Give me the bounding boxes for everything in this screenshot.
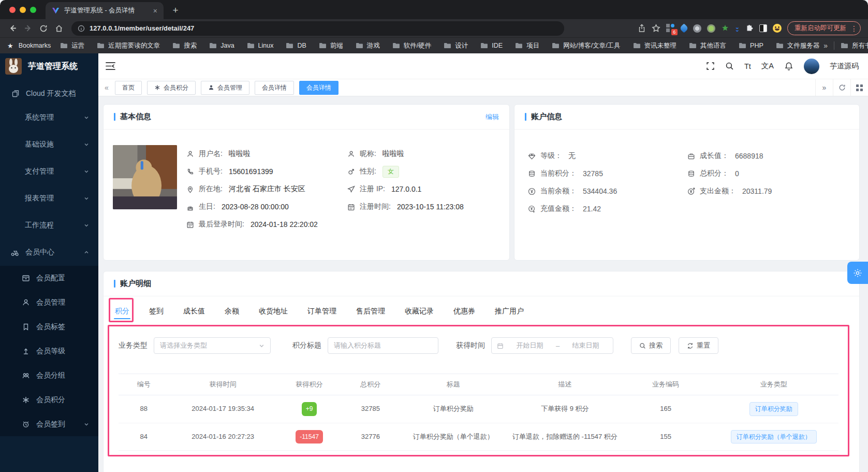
language-icon[interactable]: 文A [761, 61, 774, 71]
end-date-placeholder[interactable]: 结束日期 [564, 341, 608, 350]
table-row[interactable]: 88 2024-01-17 19:35:34 +9 32785 订单积分奖励 下… [119, 395, 838, 423]
user-avatar[interactable] [804, 59, 819, 74]
detail-tab[interactable]: 售后管理 [355, 304, 386, 322]
detail-tab[interactable]: 成长值 [182, 304, 206, 322]
reset-button[interactable]: 重置 [679, 337, 718, 354]
layout-grid-icon[interactable] [850, 79, 868, 96]
bookmark-star-icon[interactable] [652, 24, 660, 33]
nav-tab-member-points[interactable]: 会员积分 [147, 81, 196, 95]
biz-type-select[interactable]: 请选择业务类型 [154, 337, 271, 354]
forward-button[interactable] [21, 21, 35, 36]
home-button[interactable] [52, 21, 66, 36]
tabs-scroll-left[interactable]: « [98, 83, 115, 92]
extension-icon-green-circle[interactable] [707, 24, 715, 33]
browser-menu-icon[interactable]: ⋮ [850, 24, 858, 33]
collapse-menu-icon[interactable] [106, 62, 115, 70]
bookmark-folder[interactable]: 网站/博客/文章/工具 [552, 41, 620, 50]
sidebar-group[interactable]: 系统管理 [0, 104, 98, 131]
sidebar-item-member-signin[interactable]: 会员签到 [0, 412, 98, 436]
search-button[interactable]: 搜索 [631, 337, 671, 354]
extension-icon-emoji[interactable] [773, 24, 782, 33]
share-icon[interactable] [638, 24, 646, 33]
sidebar-item-member-tags[interactable]: 会员标签 [0, 314, 98, 339]
detail-tab[interactable]: 收藏记录 [404, 304, 435, 322]
search-icon[interactable] [725, 62, 734, 70]
bookmark-folder[interactable]: 近期需要读的文章 [97, 41, 160, 50]
font-size-icon[interactable]: Tt [744, 62, 751, 70]
bookmark-folder[interactable]: 资讯未整理 [633, 41, 677, 50]
bookmark-folder[interactable]: 软件/硬件 [392, 41, 431, 50]
all-bookmarks-button[interactable]: 所有书签 [841, 41, 868, 50]
username-label[interactable]: 芋道源码 [830, 62, 859, 71]
nav-tab-member-detail-active[interactable]: 会员详情 [299, 81, 339, 95]
new-tab-button[interactable]: + [168, 3, 183, 18]
bookmark-folder[interactable]: 前端 [319, 41, 343, 50]
window-controls[interactable] [9, 7, 36, 13]
bookmark-folder[interactable]: 其他语言 [689, 41, 726, 50]
theme-settings-button[interactable] [847, 262, 868, 284]
bookmarks-star-icon[interactable]: ★ [7, 42, 13, 50]
extension-icon-grid[interactable]: 6 [666, 24, 675, 33]
bookmark-folder[interactable]: 运营 [60, 41, 84, 50]
detail-tab[interactable]: 优惠券 [452, 304, 476, 322]
sidebar-item-member-center[interactable]: 会员中心 [0, 239, 98, 266]
bookmarks-label[interactable]: Bookmarks [19, 42, 51, 49]
reload-button[interactable] [36, 21, 51, 36]
extension-icon-green-star[interactable] [721, 24, 729, 33]
browser-update-button[interactable]: 重新启动即可更新 ⋮ [787, 21, 861, 35]
detail-tab[interactable]: 签到 [148, 304, 165, 322]
start-date-placeholder[interactable]: 开始日期 [508, 341, 552, 350]
extension-icon-contrast[interactable] [759, 24, 767, 32]
table-row[interactable]: 84 2024-01-16 20:27:23 -11547 32776 订单积分… [119, 423, 838, 451]
minimize-window-button[interactable] [20, 7, 26, 13]
close-window-button[interactable] [9, 7, 16, 13]
nav-tab-member-management[interactable]: 会员管理 [201, 81, 249, 95]
points-title-input[interactable]: 请输入积分标题 [328, 337, 438, 354]
extension-icon-chevrons[interactable]: ⌄⌄ [735, 26, 740, 31]
sidebar-group[interactable]: 工作流程 [0, 212, 98, 239]
bookmark-folder[interactable]: 游戏 [356, 41, 380, 50]
sidebar-group[interactable]: 报表管理 [0, 185, 98, 212]
bookmark-folder[interactable]: 项目 [515, 41, 539, 50]
bookmark-folder[interactable]: 设计 [444, 41, 468, 50]
bookmarks-overflow-icon[interactable]: » [823, 41, 828, 50]
browser-tab[interactable]: 芋道管理系统 - 会员详情 × [46, 2, 164, 19]
sidebar-group[interactable]: 支付管理 [0, 158, 98, 185]
sidebar-item-cloud-docs[interactable]: Cloud 开发文档 [0, 83, 98, 104]
fullscreen-icon[interactable] [706, 62, 715, 70]
bookmark-folder[interactable]: IDE [480, 42, 503, 49]
detail-tab[interactable]: 推广用户 [494, 304, 525, 322]
date-range-picker[interactable]: 开始日期 – 结束日期 [491, 337, 613, 354]
tabs-scroll-right[interactable]: » [815, 79, 833, 96]
sidebar-item-member-group[interactable]: 会员分组 [0, 363, 98, 388]
edit-button[interactable]: 编辑 [486, 112, 499, 122]
detail-tab[interactable]: 积分 [114, 304, 130, 322]
bookmark-folder[interactable]: PHP [739, 42, 763, 49]
extension-icon-gray[interactable] [693, 24, 701, 33]
sidebar-group[interactable]: 基础设施 [0, 131, 98, 158]
detail-tab[interactable]: 订单管理 [306, 304, 337, 322]
nav-tab-member-detail[interactable]: 会员详情 [255, 81, 294, 95]
tab-close-icon[interactable]: × [153, 7, 157, 15]
nav-tab-home[interactable]: 首页 [115, 81, 142, 95]
extensions-puzzle-icon[interactable] [745, 24, 754, 33]
address-bar[interactable]: 127.0.0.1/member/user/detail/247 [71, 21, 564, 36]
bookmark-folder[interactable]: DB [286, 42, 306, 49]
site-info-icon[interactable] [78, 25, 85, 32]
detail-tab[interactable]: 余额 [224, 304, 240, 322]
bookmark-folder[interactable]: Linux [247, 42, 274, 49]
app-logo-row[interactable]: 芋道管理系统 [0, 53, 98, 79]
notification-bell-icon[interactable] [784, 62, 793, 71]
sidebar-item-member-points[interactable]: 会员积分 [0, 388, 98, 412]
zoom-window-button[interactable] [30, 7, 36, 13]
bookmark-folder[interactable]: 搜索 [172, 41, 197, 50]
detail-tab[interactable]: 收货地址 [258, 304, 289, 322]
extension-icon-kite[interactable] [679, 23, 688, 33]
bookmark-folder[interactable]: 文件服务器 [776, 41, 820, 50]
sidebar-item-member-level[interactable]: 会员等级 [0, 339, 98, 363]
sidebar-item-member-management[interactable]: 会员管理 [0, 290, 98, 314]
url-text[interactable]: 127.0.0.1/member/user/detail/247 [90, 24, 194, 32]
bookmark-folder[interactable]: Java [209, 42, 234, 49]
refresh-page-icon[interactable] [833, 79, 850, 96]
back-button[interactable] [5, 21, 20, 36]
